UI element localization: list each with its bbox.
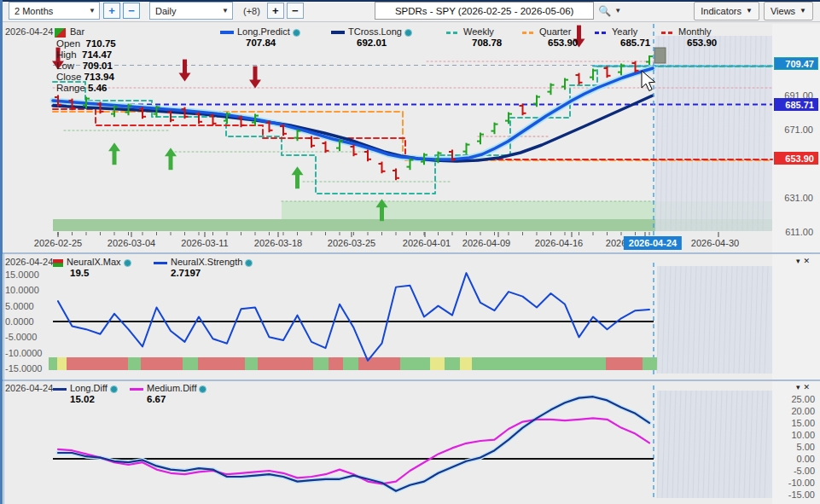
interval-select-value: Daily — [155, 6, 176, 16]
window-left-border — [0, 0, 3, 504]
neuralx-max-strip-segment — [625, 357, 643, 370]
period-select[interactable]: 2 Months ▼ — [9, 2, 100, 20]
neuralx-max-strip-segment — [606, 357, 625, 370]
neuralx-max-strip-segment — [460, 357, 472, 370]
panel-left-border — [3, 253, 4, 504]
down-arrow-icon — [573, 39, 585, 48]
chevron-down-icon: ▼ — [222, 7, 229, 14]
search-icon[interactable]: 🔍 — [598, 5, 611, 17]
collapse-icon[interactable]: ▾ — [796, 257, 804, 265]
neuralx-max-strip-segment — [141, 357, 183, 370]
neuralx-max-strip-segment — [67, 357, 128, 370]
neuralx-max-strip-segment — [643, 357, 657, 370]
neuralx-max-strip-segment — [198, 357, 245, 370]
period-decrease-button[interactable]: − — [123, 3, 140, 19]
neuralx-max-strip-segment — [49, 357, 57, 370]
medium-diff-line — [58, 418, 649, 484]
panel3-controls: ▾✕ — [796, 383, 813, 391]
neuralx-max-strip-segment — [472, 357, 606, 370]
neuralx-max-strip-segment — [128, 357, 141, 370]
period-increase-button[interactable]: + — [103, 3, 120, 19]
neuralx-strength-line — [58, 273, 649, 361]
chevron-down-icon[interactable]: ▼ — [614, 7, 621, 14]
neuralx-max-strip-segment — [329, 357, 343, 370]
bars-added-label: (+8) — [243, 6, 260, 16]
neuralx-max-strip-segment — [57, 357, 67, 370]
close-icon[interactable]: ✕ — [804, 383, 814, 391]
collapse-icon[interactable]: ▾ — [796, 383, 804, 391]
neuralx-max-strip-segment — [313, 357, 329, 370]
indicators-button[interactable]: Indicators ▼ — [694, 2, 759, 20]
neuralx-max-strip-segment — [183, 357, 198, 370]
panel-separator[interactable] — [0, 379, 820, 381]
close-icon[interactable]: ✕ — [804, 257, 814, 265]
add-bar-button[interactable]: + — [267, 3, 284, 19]
down-arrow-icon — [249, 80, 261, 89]
chevron-down-icon: ▼ — [800, 7, 806, 14]
neuralx-max-strip-segment — [445, 357, 460, 370]
neuralx-max-strip-segment — [358, 357, 400, 370]
interval-select[interactable]: Daily ▼ — [149, 2, 233, 20]
remove-bar-button[interactable]: − — [287, 3, 304, 19]
up-arrow-icon — [292, 166, 304, 175]
window-top-border — [0, 0, 820, 2]
neuralx-max-strip-segment — [343, 357, 358, 370]
period-select-value: 2 Months — [15, 6, 53, 16]
toolbar: 2 Months ▼ + − Daily ▼ (+8) + − 🔍 ▼ Indi… — [0, 0, 820, 22]
views-button[interactable]: Views ▼ — [764, 2, 813, 20]
neuralx-max-strip-segment — [245, 357, 258, 370]
long-diff-halo — [58, 397, 649, 491]
neuralx-max-strip-segment — [430, 357, 445, 370]
up-arrow-icon — [108, 142, 120, 151]
panel-separator[interactable] — [0, 252, 820, 254]
next-bar-marker — [654, 48, 666, 63]
panel2-controls: ▾✕ — [796, 257, 813, 265]
neuralx-max-strip-segment — [400, 357, 430, 370]
chevron-down-icon: ▼ — [746, 7, 753, 14]
symbol-title-input[interactable] — [375, 2, 594, 20]
vantagepoint-window: 2 Months ▼ + − Daily ▼ (+8) + − 🔍 ▼ Indi… — [0, 0, 820, 504]
neuralx-max-strip-segment — [258, 357, 313, 370]
chevron-down-icon: ▼ — [89, 7, 96, 14]
down-arrow-icon — [179, 73, 191, 82]
